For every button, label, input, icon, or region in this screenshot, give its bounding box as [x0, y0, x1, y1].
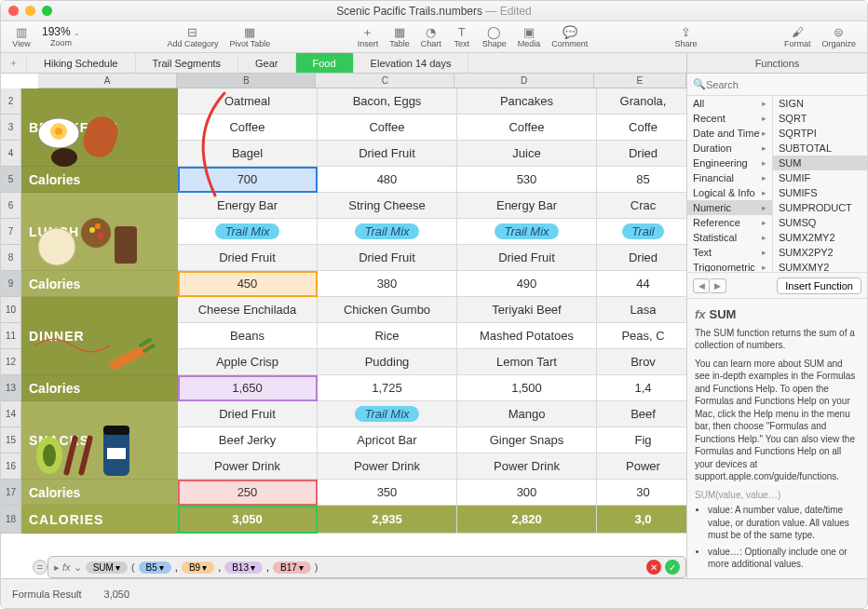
cell[interactable]: Cheese Enchilada — [178, 297, 318, 323]
tab-elevation[interactable]: Elevation 14 days — [354, 53, 469, 73]
cell[interactable]: Power — [597, 453, 686, 480]
cell[interactable]: 300 — [457, 480, 597, 506]
row-num[interactable]: 4 — [1, 141, 21, 167]
row-num[interactable]: 5 — [1, 167, 21, 193]
cell[interactable]: Coffee — [178, 115, 318, 141]
cell[interactable]: Coffee — [457, 115, 597, 141]
cell[interactable]: Mashed Potatoes — [457, 323, 597, 349]
cell[interactable]: Trail Mix — [318, 219, 457, 245]
cell[interactable]: 44 — [597, 271, 686, 297]
cell[interactable]: 3,0 — [597, 506, 686, 534]
row-num[interactable]: 3 — [1, 115, 21, 141]
comment-button[interactable]: 💬Comment — [551, 26, 588, 48]
formula-editor[interactable]: ▸ fx ⌄ SUM ▾ ( B5 ▾, B9 ▾, B13 ▾, B17 ▾ … — [47, 556, 686, 578]
cell[interactable]: Mango — [457, 401, 597, 427]
function-item[interactable]: SUMX2PY2 — [773, 245, 867, 260]
text-button[interactable]: TText — [453, 26, 471, 48]
cell[interactable]: Power Drink — [318, 453, 457, 480]
function-item[interactable]: SQRT — [773, 111, 867, 126]
cell[interactable]: Dried Fruit — [457, 245, 597, 271]
function-search[interactable]: 🔍 — [687, 74, 867, 96]
cell[interactable]: Power Drink — [457, 453, 597, 480]
col-A[interactable]: A — [38, 74, 177, 88]
cell[interactable]: Trail Mix — [178, 219, 318, 245]
category-item[interactable]: Recent▸ — [687, 111, 772, 126]
close-icon[interactable] — [8, 6, 19, 16]
cell[interactable]: Ginger Snaps — [457, 427, 597, 453]
cell-B17[interactable]: 250 — [178, 480, 318, 506]
cell[interactable]: Bacon, Eggs — [318, 88, 457, 115]
media-button[interactable]: ▣Media — [518, 26, 541, 48]
function-item[interactable]: SUMX2MY2 — [773, 230, 867, 245]
cell[interactable]: Lemon Tart — [457, 349, 597, 375]
function-item[interactable]: SUBTOTAL — [773, 141, 867, 156]
spreadsheet-area[interactable]: A B C D E 2 BREAKFAST Oatmeal Bacon, Egg… — [1, 74, 686, 578]
tab-hiking-schedule[interactable]: Hiking Schedule — [27, 53, 136, 73]
row-num[interactable]: 11 — [1, 323, 21, 349]
cell-B13[interactable]: 1,650 — [178, 375, 318, 401]
cell[interactable]: Chicken Gumbo — [318, 297, 457, 323]
add-category-button[interactable]: ⊟Add Category — [167, 26, 218, 48]
formula-ref-token[interactable]: B9 ▾ — [182, 562, 214, 574]
pivot-table-button[interactable]: ▦Pivot Table — [229, 26, 270, 48]
cell[interactable]: Beef — [597, 401, 686, 427]
formula-accept-button[interactable]: ✓ — [665, 560, 680, 575]
cell[interactable]: Power Drink — [178, 453, 318, 480]
cell[interactable]: 1,500 — [457, 375, 597, 401]
table-button[interactable]: ▦Table — [389, 26, 410, 48]
function-item[interactable]: SUM — [773, 156, 867, 170]
cell[interactable]: Lasa — [597, 297, 686, 323]
cell[interactable]: Dried — [597, 245, 686, 271]
cell[interactable]: Teriyaki Beef — [457, 297, 597, 323]
category-item[interactable]: Date and Time▸ — [687, 126, 772, 141]
cell-B5[interactable]: 700 — [178, 167, 318, 193]
cell[interactable]: Beans — [178, 323, 318, 349]
row-num[interactable]: 13 — [1, 375, 21, 401]
row-num[interactable]: 18 — [1, 506, 21, 534]
cell-B9[interactable]: 450 — [178, 271, 318, 297]
row-num[interactable]: 8 — [1, 245, 21, 271]
row-num[interactable]: 7 — [1, 219, 21, 245]
row-num[interactable]: 9 — [1, 271, 21, 297]
share-button[interactable]: ⇪Share — [675, 26, 698, 48]
insert-function-button[interactable]: Insert Function — [777, 277, 861, 294]
zoom-control[interactable]: 193% ⌄ Zoom — [42, 27, 80, 47]
category-item[interactable]: Financial▸ — [687, 170, 772, 185]
cell[interactable]: Pancakes — [457, 88, 597, 115]
cell[interactable]: Trail Mix — [318, 401, 457, 427]
cell[interactable]: Pudding — [318, 349, 457, 375]
cell[interactable]: 1,725 — [318, 375, 457, 401]
category-item[interactable]: Duration▸ — [687, 141, 772, 156]
row-num[interactable]: 6 — [1, 193, 21, 219]
tab-food[interactable]: Food — [296, 53, 354, 73]
formula-ref-token[interactable]: B13 ▾ — [224, 562, 263, 574]
tab-gear[interactable]: Gear — [238, 53, 295, 73]
add-sheet-button[interactable]: ＋ — [1, 53, 27, 73]
cell[interactable]: Dried Fruit — [318, 141, 457, 167]
category-item[interactable]: Text▸ — [687, 245, 772, 260]
category-item[interactable]: Trigonometric▸ — [687, 260, 772, 272]
col-E[interactable]: E — [594, 74, 686, 88]
function-item[interactable]: SUMXMY2 — [773, 260, 867, 272]
cell[interactable]: 380 — [318, 271, 457, 297]
cell[interactable]: Fig — [597, 427, 686, 453]
cell[interactable]: Dried Fruit — [178, 245, 318, 271]
category-item[interactable]: Statistical▸ — [687, 230, 772, 245]
function-item[interactable]: SIGN — [773, 96, 867, 111]
cell[interactable]: 350 — [318, 480, 457, 506]
cell[interactable]: 85 — [597, 167, 686, 193]
nav-forward-button[interactable]: ▶ — [710, 278, 726, 293]
cell[interactable]: Oatmeal — [178, 88, 318, 115]
function-search-input[interactable] — [706, 79, 861, 90]
view-button[interactable]: ▥ View — [12, 26, 31, 48]
organize-button[interactable]: ⊜Organize — [822, 26, 857, 48]
add-row-button[interactable]: = — [33, 560, 47, 575]
row-num[interactable]: 2 — [1, 88, 21, 115]
cell[interactable]: 1,4 — [597, 375, 686, 401]
row-num[interactable]: 14 — [1, 401, 21, 427]
cell[interactable]: Coffe — [597, 115, 686, 141]
category-item[interactable]: All▸ — [687, 96, 772, 111]
fx-icon[interactable]: ▸ fx ⌄ — [54, 562, 82, 574]
function-item[interactable]: SUMIF — [773, 170, 867, 185]
cell[interactable]: 490 — [457, 271, 597, 297]
